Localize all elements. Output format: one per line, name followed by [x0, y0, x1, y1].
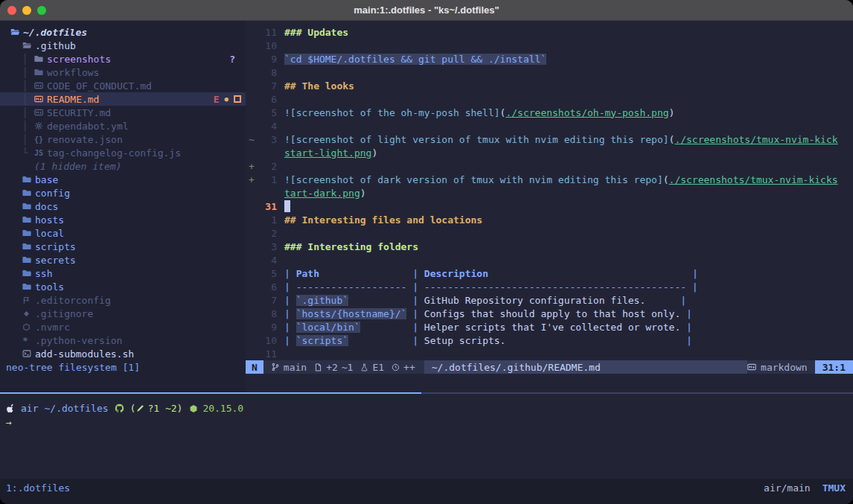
line-number: 31 — [256, 201, 277, 212]
cursor-position: 31:1 — [815, 360, 853, 374]
tree-item-github[interactable]: .github — [0, 39, 246, 52]
git-branch-icon — [271, 363, 280, 371]
editor-line-8[interactable]: 8| `hosts/{hostname}/` | Configs that sh… — [246, 307, 853, 320]
window-controls — [0, 6, 46, 15]
close-button[interactable] — [7, 6, 16, 15]
editor-line-5[interactable]: 5| Path | Description | — [246, 267, 853, 280]
editor-line-3[interactable]: ~3![screenshot of light version of tmux … — [246, 133, 853, 146]
editor-line-5[interactable]: 5![screenshot of the oh-my-posh shell](.… — [246, 106, 853, 119]
tmux-window-tab[interactable]: 1:.dotfiles — [6, 481, 70, 495]
unstaged-square-icon — [234, 95, 241, 103]
editor-line-2[interactable]: +2 — [246, 159, 853, 173]
tree-item-screenshots[interactable]: │screenshots? — [0, 52, 246, 66]
shell-prompt: air ~/.dotfiles (?1 ~2) 20.15.0 — [6, 401, 847, 415]
editor-line-4[interactable]: 4 — [246, 253, 853, 267]
line-number: 7 — [256, 295, 277, 306]
editor-line-7[interactable]: 7## The looks — [246, 79, 853, 92]
tree-item-config[interactable]: config — [0, 186, 246, 200]
tree-item-label: .github — [35, 40, 76, 51]
tree-guide: │ — [22, 54, 34, 65]
tree-item-gitignore[interactable]: .gitignore — [0, 307, 246, 320]
pencil-icon — [136, 404, 144, 412]
line-number: 2 — [256, 161, 277, 172]
editor-line-4[interactable]: 4 — [246, 119, 853, 133]
tree-item-nvmrc[interactable]: .nvmrc — [0, 320, 246, 334]
editor-line-6[interactable]: 6 — [246, 92, 853, 106]
command-line-area — [246, 374, 853, 392]
editor-buffer: 11### Updates109`cd $HOME/.dotfiles && g… — [246, 21, 853, 360]
neo-tree-sidebar[interactable]: ~/.dotfiles.github│screenshots?│workflow… — [0, 21, 246, 392]
tree-item-label: .nvmrc — [35, 322, 70, 333]
git-changed-count: ~1 — [342, 362, 354, 373]
tree-item-base[interactable]: base — [0, 173, 246, 186]
diagnostics-count: E1 — [372, 362, 384, 373]
tree-item-editorconfig[interactable]: .editorconfig — [0, 293, 246, 307]
tree-guide: └ — [22, 147, 34, 159]
tree-item-security-md[interactable]: │SECURITY.md — [0, 106, 246, 119]
tree-item-secrets[interactable]: secrets — [0, 253, 246, 267]
editor-line-1[interactable]: 1## Interesting files and locations — [246, 213, 853, 226]
file-tree: ~/.dotfiles.github│screenshots?│workflow… — [0, 21, 246, 360]
markdown-icon — [747, 363, 756, 371]
tree-item-dependabot-yml[interactable]: │dependabot.yml — [0, 119, 246, 133]
folder-icon — [22, 202, 35, 211]
editor-line-11[interactable]: 11### Updates — [246, 25, 853, 39]
node-icon — [189, 404, 198, 413]
zoom-button[interactable] — [37, 6, 46, 15]
shell-pane[interactable]: air ~/.dotfiles (?1 ~2) 20.15.0 → — [0, 394, 853, 479]
tree-item-label: renovate.json — [47, 134, 123, 145]
tree-item-workflows[interactable]: │workflows — [0, 66, 246, 79]
folder-open-icon — [10, 28, 23, 36]
editor-line-10[interactable]: 10 — [246, 39, 853, 52]
editor-line-10[interactable]: 10| `scripts` | Setup scripts. | — [246, 334, 853, 347]
editor-line-9[interactable]: 9| `local/bin` | Helper scripts that I'v… — [246, 320, 853, 334]
editor-line-wrap[interactable]: tart-dark.png) — [246, 186, 853, 200]
prompt-arrow[interactable]: → — [6, 417, 12, 428]
editor[interactable]: 11### Updates109`cd $HOME/.dotfiles && g… — [246, 21, 853, 392]
editor-line-11[interactable]: 11 — [246, 347, 853, 360]
editor-line-7[interactable]: 7| `.github` | GitHub Repository configu… — [246, 293, 853, 307]
tree-item-label: .gitignore — [35, 308, 93, 319]
tree-item-tag-changelog-config-js[interactable]: └JStag-changelog-config.js — [0, 146, 246, 159]
tree-item-1-hidden-item[interactable]: (1 hidden item) — [0, 159, 246, 173]
tree-item-label: .python-version — [35, 335, 122, 346]
modified-dot-icon: ● — [225, 95, 229, 103]
tree-item-hosts[interactable]: hosts — [0, 213, 246, 226]
editor-line-6[interactable]: 6| ------------------- | ---------------… — [246, 280, 853, 293]
buffer-file-icon — [314, 363, 322, 371]
editor-line-31[interactable]: 31 — [246, 200, 853, 213]
tree-item-docs[interactable]: docs — [0, 200, 246, 213]
tree-item-label: (1 hidden item) — [34, 161, 121, 172]
tree-item-python-version[interactable]: *.python-version — [0, 334, 246, 347]
tree-item-label: CODE_OF_CONDUCT.md — [47, 80, 152, 92]
editor-line-3[interactable]: 3### Interesting folders — [246, 240, 853, 253]
tree-item-scripts[interactable]: scripts — [0, 240, 246, 253]
minimize-button[interactable] — [22, 6, 31, 15]
beaker-icon — [360, 363, 368, 371]
tree-item-ssh[interactable]: ssh — [0, 267, 246, 280]
mode-indicator: N — [246, 360, 263, 374]
tree-item-label: README.md — [47, 94, 99, 105]
folder-icon — [22, 269, 35, 278]
tree-item-label: SECURITY.md — [47, 107, 111, 118]
tree-item-readme-md[interactable]: │README.mdE● — [0, 92, 246, 106]
editor-line-wrap[interactable]: start-light.png) — [246, 146, 853, 159]
editor-line-8[interactable]: 8 — [246, 66, 853, 79]
tree-item-label: secrets — [35, 255, 76, 266]
tree-item-label: dependabot.yml — [47, 121, 129, 132]
tree-item-renovate-json[interactable]: │{}renovate.json — [0, 133, 246, 146]
tree-item-dotfiles[interactable]: ~/.dotfiles — [0, 25, 246, 39]
line-number: 5 — [256, 107, 277, 118]
editor-line-9[interactable]: 9`cd $HOME/.dotfiles && git pull && ./in… — [246, 52, 853, 66]
editor-line-2[interactable]: 2 — [246, 226, 853, 240]
tree-item-tools[interactable]: tools — [0, 280, 246, 293]
line-text: | `local/bin` | Helper scripts that I've… — [284, 322, 692, 333]
tree-item-code-of-conduct-md[interactable]: │CODE_OF_CONDUCT.md — [0, 79, 246, 92]
line-text: start-light.png) — [284, 147, 377, 159]
line-text: | `.github` | GitHub Repository configur… — [284, 295, 686, 306]
line-number: 10 — [256, 40, 277, 51]
tree-item-add-submodules-sh[interactable]: add-submodules.sh — [0, 347, 246, 360]
tree-item-label: ~/.dotfiles — [23, 27, 87, 38]
editor-line-1[interactable]: +1![screenshot of dark version of tmux w… — [246, 173, 853, 186]
tree-item-local[interactable]: local — [0, 226, 246, 240]
